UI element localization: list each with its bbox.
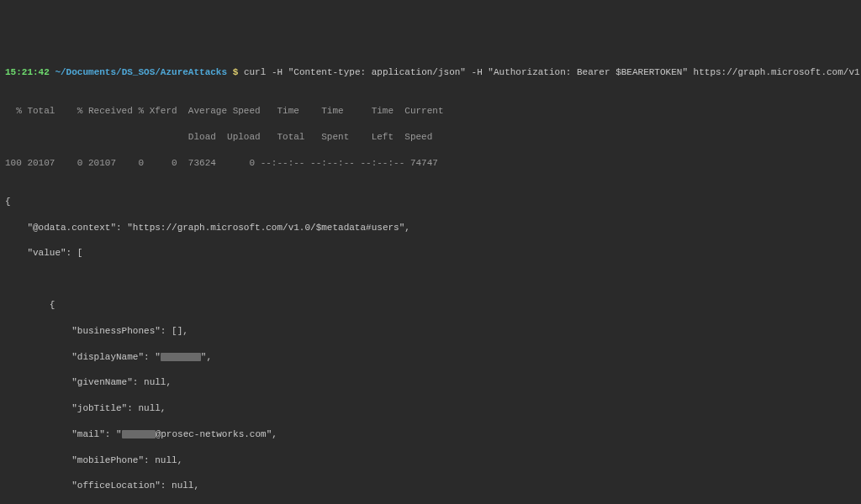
user0-jobTitle: "jobTitle": null, [5,402,856,415]
value-key: "value": [ [5,247,856,260]
prompt-time: 15:21:42 [5,67,50,77]
command-text: curl -H "Content-type: application/json"… [244,67,861,77]
user0-officeLocation: "officeLocation": null, [5,480,856,492]
prompt-symbol: $ [233,67,239,77]
curl-progress-header2: Dload Upload Total Spent Left Speed [5,131,856,144]
redacted-displayName: xxxx [161,353,201,361]
user0-mail: "mail": "xxx@prosec-networks.com", [5,428,856,441]
user0-businessPhones: "businessPhones": [], [5,325,856,338]
curl-progress-row: 100 20107 0 20107 0 0 73624 0 --:--:-- -… [5,157,856,170]
curl-progress-header1: % Total % Received % Xferd Average Speed… [5,105,856,118]
json-open-brace: { [5,196,856,208]
odata-context: "@odata.context": "https://graph.microso… [5,222,856,234]
user-object-open: { [5,299,856,312]
user0-displayName: "displayName": "xxxx", [5,351,856,364]
user0-mobilePhone: "mobilePhone": null, [5,454,856,467]
prompt-line[interactable]: 15:21:42 ~/Documents/DS_SOS/AzureAttacks… [5,66,856,79]
user0-givenName: "givenName": null, [5,376,856,389]
prompt-path: ~/Documents/DS_SOS/AzureAttacks [55,67,227,77]
redacted-mail: xxx [122,430,156,438]
